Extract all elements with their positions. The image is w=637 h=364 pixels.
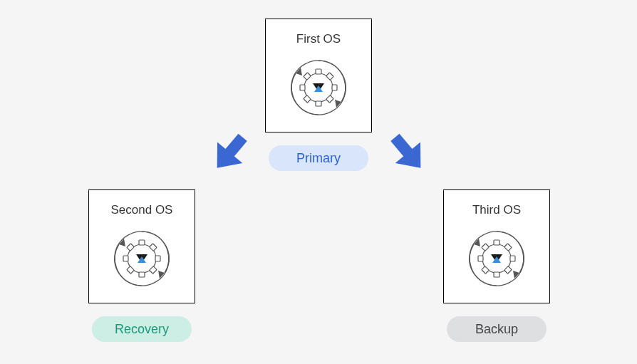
svg-rect-18	[123, 256, 128, 261]
badge-recovery: Recovery	[92, 316, 192, 342]
badge-backup: Backup	[447, 316, 547, 342]
badge-label: Primary	[296, 151, 341, 166]
arrow-down-right-icon	[383, 128, 433, 178]
gear-cycle-icon	[106, 223, 177, 294]
badge-label: Backup	[475, 322, 518, 337]
gear-cycle-icon	[283, 52, 354, 123]
svg-rect-19	[155, 256, 160, 261]
svg-rect-3	[316, 69, 321, 74]
badge-label: Recovery	[115, 322, 169, 337]
svg-rect-17	[139, 272, 145, 277]
os-node-recovery: Second OS	[88, 189, 195, 303]
svg-rect-34	[504, 266, 512, 274]
svg-rect-10	[304, 73, 311, 80]
badge-primary: Primary	[269, 145, 368, 171]
svg-rect-16	[139, 240, 145, 245]
os-box: Third OS	[443, 189, 550, 303]
os-box: Second OS	[88, 189, 195, 303]
svg-rect-20	[150, 244, 157, 251]
svg-rect-30	[494, 272, 499, 277]
svg-rect-32	[510, 256, 515, 261]
svg-rect-35	[482, 266, 490, 274]
os-title: Second OS	[111, 203, 173, 217]
svg-rect-23	[127, 244, 135, 251]
svg-rect-6	[332, 85, 337, 90]
svg-rect-22	[127, 266, 135, 274]
svg-rect-21	[150, 266, 157, 274]
svg-rect-33	[504, 244, 512, 251]
svg-rect-7	[326, 73, 334, 80]
os-title: First OS	[296, 32, 341, 46]
os-node-backup: Third OS	[443, 189, 550, 303]
os-title: Third OS	[472, 203, 521, 217]
os-box: First OS	[265, 19, 372, 132]
svg-rect-4	[316, 101, 321, 106]
svg-rect-31	[478, 256, 483, 261]
svg-rect-29	[494, 240, 499, 245]
gear-cycle-icon	[461, 223, 532, 294]
arrow-down-left-icon	[204, 128, 254, 178]
svg-rect-8	[326, 95, 334, 103]
svg-rect-36	[482, 244, 490, 251]
svg-rect-5	[300, 85, 305, 90]
os-node-primary: First OS	[265, 19, 372, 132]
svg-rect-9	[304, 95, 311, 103]
